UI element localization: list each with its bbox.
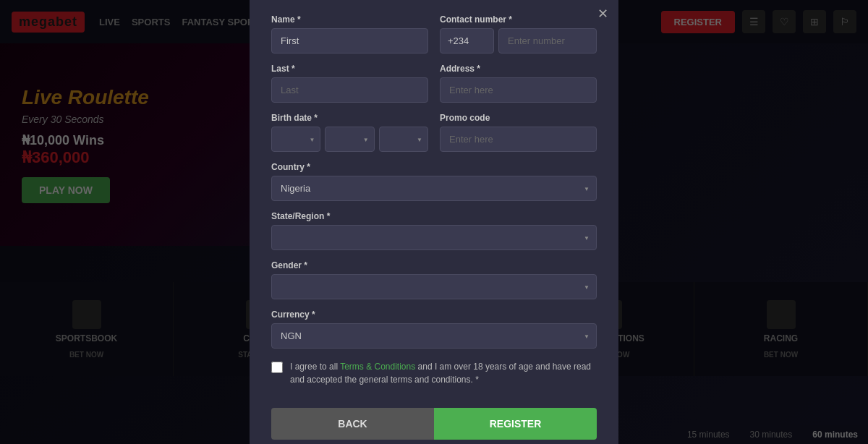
currency-row: Currency * NGN USD GHS (271, 309, 597, 349)
gender-select-wrapper: Male Female (271, 274, 597, 299)
last-label: Last * (271, 64, 428, 74)
terms-row: I agree to all Terms & Conditions and I … (271, 360, 597, 386)
footer-buttons: BACK REGISTER (271, 408, 597, 440)
register-button[interactable]: REGISTER (434, 408, 597, 440)
modal-footer: BACK REGISTER Contact Support (250, 408, 618, 444)
last-name-input[interactable] (271, 77, 428, 103)
gender-label: Gender * (271, 260, 597, 270)
birth-month-wrapper (325, 127, 374, 152)
birth-label: Birth date * (271, 113, 428, 123)
gender-select[interactable]: Male Female (271, 274, 597, 299)
terms-link[interactable]: Terms & Conditions (340, 362, 415, 372)
country-select[interactable]: Nigeria Ghana Kenya (271, 176, 597, 201)
terms-checkbox[interactable] (271, 362, 283, 373)
state-select[interactable]: Lagos Abuja (271, 225, 597, 250)
contact-label: Contact number * (440, 14, 597, 25)
phone-prefix-input[interactable] (440, 28, 494, 54)
birth-promo-row: Birth date * Promo code (271, 113, 597, 152)
state-label: State/Region * (271, 211, 597, 221)
gender-group: Gender * Male Female (271, 260, 597, 299)
state-group: State/Region * Lagos Abuja (271, 211, 597, 250)
address-group: Address * (440, 64, 597, 103)
country-label: Country * (271, 162, 597, 172)
currency-label: Currency * (271, 309, 597, 320)
country-group: Country * Nigeria Ghana Kenya (271, 162, 597, 201)
address-input[interactable] (440, 77, 597, 103)
register-modal: ✕ Name * Contact number * Last * (250, 0, 618, 444)
birthdate-inputs (271, 127, 428, 152)
address-label: Address * (440, 64, 597, 74)
modal-dots (271, 440, 597, 444)
birth-month-input[interactable] (325, 127, 374, 152)
name-group: Name * (271, 14, 428, 54)
back-button[interactable]: BACK (271, 408, 434, 440)
last-group: Last * (271, 64, 428, 103)
currency-select-wrapper: NGN USD GHS (271, 323, 597, 349)
phone-row (440, 28, 597, 54)
birth-group: Birth date * (271, 113, 428, 152)
gender-row: Gender * Male Female (271, 260, 597, 299)
promo-group: Promo code (440, 113, 597, 152)
currency-group: Currency * NGN USD GHS (271, 309, 597, 349)
currency-select[interactable]: NGN USD GHS (271, 323, 597, 349)
country-row: Country * Nigeria Ghana Kenya (271, 162, 597, 201)
birth-day-input[interactable] (271, 127, 320, 152)
birth-day-wrapper (271, 127, 320, 152)
last-address-row: Last * Address * (271, 64, 597, 103)
state-select-wrapper: Lagos Abuja (271, 225, 597, 250)
country-select-wrapper: Nigeria Ghana Kenya (271, 176, 597, 201)
name-label: Name * (271, 14, 428, 25)
first-name-input[interactable] (271, 28, 428, 54)
state-row: State/Region * Lagos Abuja (271, 211, 597, 250)
promo-label: Promo code (440, 113, 597, 123)
phone-number-input[interactable] (498, 28, 597, 54)
contact-group: Contact number * (440, 14, 597, 54)
modal-close-button[interactable]: ✕ (597, 7, 608, 20)
birth-year-wrapper (379, 127, 428, 152)
name-contact-row: Name * Contact number * (271, 14, 597, 54)
promo-input[interactable] (440, 127, 597, 152)
terms-label: I agree to all Terms & Conditions and I … (290, 360, 597, 386)
modal-body: Name * Contact number * Last * Address * (250, 0, 618, 408)
birth-year-input[interactable] (379, 127, 428, 152)
